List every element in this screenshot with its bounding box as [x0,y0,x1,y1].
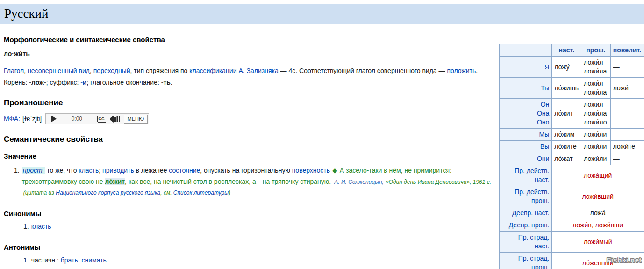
pronoun-link[interactable]: Они [500,153,552,165]
link-antonym-snimat[interactable]: снимать [81,256,106,264]
definition-text: , опускать на горизонтальную [200,167,292,174]
ending-morpheme: -ть [161,79,171,86]
red-link-form[interactable]: ложа́щий [584,172,612,179]
header-present: наст. [552,44,581,57]
audio-player: 0:00 CC МЕНЮ [45,113,149,124]
form-cell: — [610,57,644,78]
form-cell: ложу́ [552,57,581,78]
form-cell: — [610,153,644,165]
grammar-text: — 4c. Соответствующий глагол совершенног… [279,67,447,74]
table-row: Пр. действ. прош. ложи́вший [500,186,644,207]
table-row: Пр. действ. наст. ложа́щий [500,165,644,186]
antonym-qualifier: частичн.: [31,256,61,264]
link-verb[interactable]: Глагол [4,67,24,74]
link-zaliznyak-classification[interactable]: классификации А. Зализняка [189,67,278,74]
link-synonym-klast[interactable]: класть [31,223,51,230]
link-privodit[interactable]: приводить [102,167,134,174]
red-link-form[interactable]: ложи́в, ложи́вши [572,221,623,229]
grammar-line: Глагол, несовершенный вид, переходный, т… [4,67,492,74]
link-quote-author[interactable]: А. И. Солженицын, [334,179,384,185]
root-line: Корень: -лож-; суффикс: -и; глагольное о… [4,79,492,86]
form-cell: ло́жит [552,99,581,129]
form-cell: ложи́те [610,141,644,153]
menu-button[interactable]: МЕНЮ [124,115,148,124]
link-perfective-counterpart[interactable]: положить [447,67,476,74]
form-type-link[interactable]: Деепр. наст. [500,207,552,219]
table-row: Деепр. прош. ложи́в, ложи́вши [500,219,644,232]
corner-cell [500,44,552,57]
antonyms-title: Антонимы [4,243,492,251]
grammar-text: , [90,67,93,74]
form-type-link[interactable]: Пр. страд. наст. [500,232,552,253]
section-pronunciation-title: Произношение [4,98,492,108]
section-morphology-title: Морфологические и синтаксические свойств… [4,36,492,44]
form-cell: ло́жите [552,141,581,153]
table-row: Ты ло́жишь ложи́л ложи́ла ложи́ [500,78,644,99]
red-link-form[interactable]: ложи́вший [582,193,613,200]
form-cell: ложа́ [590,209,606,217]
form-type-link[interactable]: Деепр. прош. [500,219,552,232]
conjugation-table: наст. прош. повелит. Я ложу́ ложи́л ложи… [499,44,644,269]
link-transitive[interactable]: переходный [93,67,130,74]
table-row: Мы ло́жим ложи́ли — [500,129,644,141]
form-cell: ложи́ли [581,153,611,165]
watermark: Fishki.net [607,256,642,264]
link-klast[interactable]: класть [79,167,99,174]
meaning-item: 1. прост. то же, что класть; приводить в… [14,165,492,196]
example-diamond-icon: ◆ [332,167,337,174]
definition-text: ; [99,167,102,174]
header-past: прош. [581,44,611,57]
synonyms-title: Синонимы [4,210,492,218]
definition-text: то же, что [47,167,79,174]
link-bibliography[interactable]: Список литературы [173,189,229,196]
root-morpheme: -лож- [29,79,46,86]
form-type-link[interactable]: Пр. страд. прош. [500,253,552,269]
header-imperative: повелит. [610,44,644,57]
citation-note: (цитата из Национального корпуса русског… [23,189,491,196]
pronoun-link[interactable]: Мы [500,129,552,141]
link-imperfective[interactable]: несовершенный вид [28,67,90,74]
form-type-link[interactable]: Пр. действ. наст. [500,165,552,186]
play-icon[interactable] [51,116,57,122]
root-text: Корень: [4,79,29,86]
link-ipa[interactable]: МФА: [4,115,20,123]
language-section-header: Русский [0,4,644,24]
link-poverhnost[interactable]: поверхность [292,167,330,174]
captions-icon[interactable]: CC [97,116,106,122]
page-title: Русский [4,7,49,20]
section-semantics-title: Семантические свойства [4,135,492,144]
meaning-title: Значение [4,152,492,160]
table-row: Он Она Оно ло́жит ложи́л ложи́ла ложи́ло… [500,99,644,129]
grammar-text: . [476,67,478,74]
volume-icon[interactable] [110,116,121,123]
form-cell: ложи́л ложи́ла [581,57,611,78]
table-row: Пр. страд. наст. ложи́мый [500,232,644,253]
form-cell: ложи́л ложи́ла ложи́ло [581,99,611,129]
link-antonym-brat[interactable]: брать [61,256,78,264]
pronoun-link[interactable]: Вы [500,141,552,153]
link-national-corpus[interactable]: Национального корпуса русского языка [56,189,160,196]
citation-text: , см. [160,189,173,196]
definition-text: в лежачее [134,167,169,174]
table-row: Вы ло́жите ложи́ли ложи́те [500,141,644,153]
pronoun-link[interactable]: Ты [500,78,552,99]
audio-time: 0:00 [57,116,97,122]
red-link-form[interactable]: ложи́мый [584,238,612,246]
pronoun-link[interactable]: Я [500,57,552,78]
form-type-link[interactable]: Пр. действ. прош. [500,186,552,207]
root-text: . [171,79,172,86]
root-text: ; суффикс: [46,79,81,86]
form-cell: ло́жат [552,153,581,165]
link-suffix[interactable]: -и [80,79,86,86]
form-cell: ложи́ли [581,141,611,153]
quote-highlighted-word: ло́жит [105,178,125,185]
link-sostoyanie[interactable]: состояние [169,167,200,174]
table-row: Я ложу́ ложи́л ложи́ла — [500,57,644,78]
pronoun-link[interactable]: Он Она Оно [500,99,552,129]
form-cell: ложи́л ложи́ла [581,78,611,99]
citation-text: (цитата из [23,189,56,196]
list-number: 1. [14,165,20,196]
antonyms-content: частичн.: брать, снимать [31,256,107,264]
usage-label[interactable]: прост. [22,167,45,174]
form-cell: ложи́ [610,78,644,99]
